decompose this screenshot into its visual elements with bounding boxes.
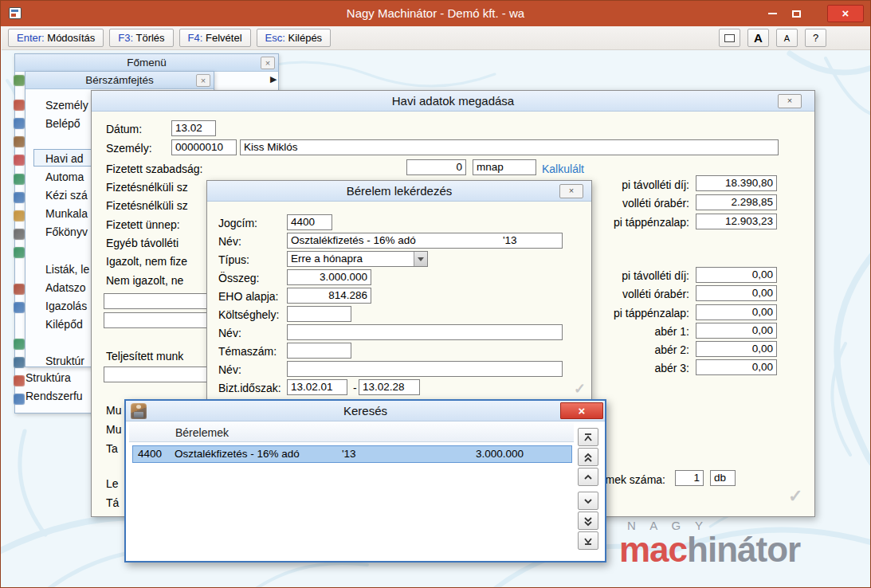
- fomenu-item-struktura[interactable]: Struktúra: [26, 371, 71, 384]
- scroll-first-button[interactable]: [578, 428, 598, 446]
- delete-button[interactable]: F3: Törlés: [109, 29, 173, 47]
- menu-icon[interactable]: [14, 357, 25, 368]
- menu-icon[interactable]: [14, 136, 25, 147]
- oraber2-field[interactable]: 0,00: [696, 341, 777, 357]
- fomenu-item-rendszerfunkciok[interactable]: Rendszerfu: [26, 390, 83, 402]
- tavolleti-oraber-field-2[interactable]: 0,00: [696, 285, 777, 301]
- kereses-titlebar[interactable]: Keresés: [126, 401, 605, 421]
- menu-icon[interactable]: [14, 155, 25, 166]
- menu-icon[interactable]: [14, 75, 25, 86]
- koltseghely-field[interactable]: [287, 306, 351, 322]
- menu-icon[interactable]: [14, 118, 25, 129]
- oraber3-field[interactable]: 0,00: [696, 359, 777, 375]
- scroll-up-button[interactable]: [578, 468, 598, 486]
- mnap-unit-box[interactable]: mnap: [473, 159, 536, 175]
- szemely-code-field[interactable]: 00000010: [171, 139, 237, 155]
- menu-item-struktura[interactable]: Struktúr: [45, 355, 84, 367]
- fomenu-titlebar[interactable]: Főmenü: [15, 54, 278, 72]
- scroll-last-button[interactable]: [578, 531, 598, 550]
- temaszam-field[interactable]: [287, 343, 351, 359]
- tappenzalap-field-2[interactable]: 0,00: [696, 304, 777, 320]
- menu-item-automatikus[interactable]: Automa: [45, 171, 84, 183]
- nev3-field[interactable]: [287, 361, 563, 377]
- scroll-down-button[interactable]: [578, 492, 598, 510]
- menu-item-adatszolgaltatas[interactable]: Adatszo: [45, 281, 86, 294]
- tipus-dropdown[interactable]: Erre a hónapra: [287, 251, 428, 267]
- left-empty-field-2[interactable]: [104, 312, 210, 328]
- scroll-last-icon: [582, 535, 594, 547]
- berelem-confirm-check-icon[interactable]: ✓: [574, 380, 586, 398]
- eho-field[interactable]: 814.286: [287, 288, 371, 304]
- close-button[interactable]: ×: [827, 5, 864, 22]
- szemely-label: Személy:: [106, 140, 152, 156]
- tavolleti-dij-field-1[interactable]: 18.390,80: [696, 175, 777, 191]
- menu-item-munkalap[interactable]: Munkala: [45, 207, 88, 220]
- berszamfejtes-close-button[interactable]: ×: [196, 74, 210, 87]
- menu-icon[interactable]: [14, 229, 25, 240]
- menu-item-kilepo[interactable]: Kilépőd: [45, 318, 83, 331]
- tavolleti-oraber-field-1[interactable]: 2.298,85: [696, 194, 777, 210]
- nev2-field[interactable]: [287, 324, 563, 340]
- berelem-dialog-close-button[interactable]: ×: [559, 184, 583, 198]
- menu-icon[interactable]: [14, 394, 25, 405]
- add-button[interactable]: F4: Felvétel: [179, 29, 251, 47]
- scroll-up-icon: [582, 471, 594, 484]
- tappenzalap-field-1[interactable]: 12.903,23: [696, 214, 777, 229]
- berszamfejtes-titlebar[interactable]: Bérszámfejtés: [26, 72, 214, 89]
- toolbar-right-group: A A ?: [719, 29, 865, 47]
- osszeg-field[interactable]: 3.000.000: [287, 269, 371, 285]
- tavolleti-dij-field-2[interactable]: 0,00: [696, 267, 777, 283]
- kalkulalt-link[interactable]: Kalkulált: [542, 161, 584, 177]
- menu-item-igazolas[interactable]: Igazolás: [45, 300, 87, 312]
- eho-label: EHO alapja:: [218, 288, 278, 304]
- window-titlebar[interactable]: Nagy Machinátor - Demó kft. - wa ×: [1, 1, 870, 26]
- minimize-button[interactable]: [762, 6, 783, 22]
- nev-field[interactable]: Osztalékfizetés - 16% adó '13: [287, 233, 563, 249]
- font-decrease-button[interactable]: A: [776, 29, 798, 47]
- menu-icon[interactable]: [14, 192, 25, 203]
- menu-item-fokonyv[interactable]: Főkönyv: [45, 225, 88, 238]
- menu-icon[interactable]: [14, 284, 25, 295]
- font-increase-button[interactable]: A: [747, 29, 769, 47]
- window-size-button[interactable]: [719, 29, 740, 47]
- modify-button[interactable]: Enter: Módosítás: [8, 29, 104, 47]
- datum-field[interactable]: 13.02: [171, 120, 216, 136]
- fomenu-close-button[interactable]: ×: [261, 57, 275, 69]
- kereses-selected-row[interactable]: 4400 Osztalékfizetés - 16% adó '13 3.000…: [132, 445, 572, 463]
- szabadsag-field[interactable]: 0: [406, 159, 466, 175]
- oraber1-field[interactable]: 0,00: [696, 323, 777, 339]
- menu-icon[interactable]: [14, 247, 25, 258]
- szemely-name-field[interactable]: Kiss Miklós: [240, 139, 779, 155]
- menu-item-havi-adatok[interactable]: Havi ad: [45, 152, 83, 165]
- menu-item-kezi[interactable]: Kézi szá: [45, 189, 88, 202]
- berelemek-szama-field[interactable]: 1: [675, 470, 704, 486]
- help-button[interactable]: ?: [805, 29, 826, 47]
- key-label: Enter:: [17, 32, 45, 44]
- kereses-close-button[interactable]: ×: [560, 402, 603, 419]
- exit-button[interactable]: Esc: Kilépés: [257, 29, 332, 47]
- menu-scroll-arrow-icon[interactable]: ▶: [270, 74, 277, 84]
- scroll-page-up-button[interactable]: [578, 448, 598, 466]
- menu-item-szemely[interactable]: Személy: [45, 99, 88, 112]
- menu-icon[interactable]: [14, 210, 25, 221]
- teljesitett-field[interactable]: [104, 367, 210, 382]
- bizt-ig-field[interactable]: 13.02.28: [359, 379, 420, 395]
- row-osszeg: 3.000.000: [434, 446, 524, 462]
- tipus-dropdown-button[interactable]: [414, 252, 427, 266]
- menu-icon[interactable]: [14, 100, 25, 111]
- bizt-tol-field[interactable]: 13.02.01: [287, 379, 347, 395]
- berelem-dialog-titlebar[interactable]: Bérelem lekérdezés: [207, 181, 591, 202]
- jogcim-field[interactable]: 4400: [287, 214, 332, 230]
- scroll-page-down-button[interactable]: [578, 512, 598, 530]
- maximize-button[interactable]: [786, 6, 806, 22]
- menu-icon[interactable]: [14, 339, 25, 350]
- left-empty-field-1[interactable]: [104, 293, 210, 309]
- havi-confirm-check-icon[interactable]: ✓: [788, 486, 802, 507]
- havi-dialog-close-button[interactable]: ×: [778, 94, 802, 108]
- menu-icon[interactable]: [14, 375, 25, 386]
- menu-item-listak[interactable]: Listák, le: [45, 263, 89, 276]
- menu-icon[interactable]: [14, 174, 25, 185]
- menu-icon[interactable]: [14, 302, 25, 313]
- havi-dialog-titlebar[interactable]: Havi adatok megadása: [92, 91, 814, 112]
- menu-item-belepo[interactable]: Belépő: [45, 117, 80, 130]
